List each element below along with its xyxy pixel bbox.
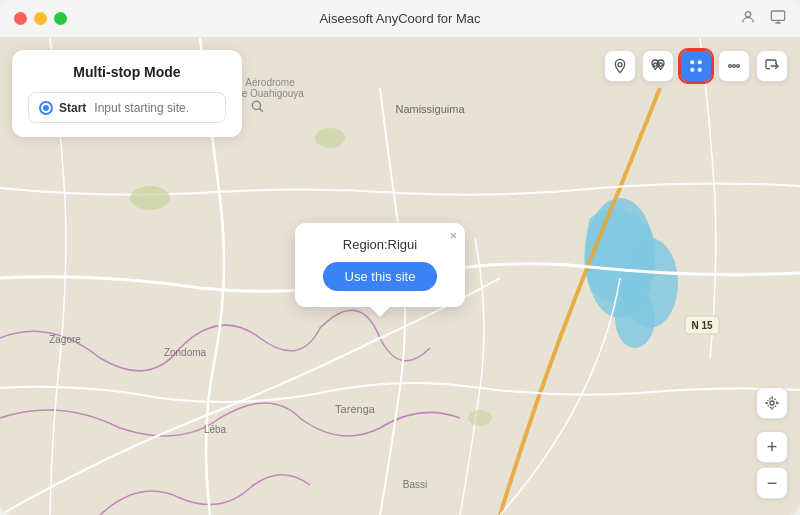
two-point-mode-button[interactable] [642, 50, 674, 82]
svg-point-8 [130, 186, 170, 210]
multistop-panel: Multi-stop Mode Start [12, 50, 242, 137]
popup-region-label: Region:Rigui [315, 237, 445, 252]
svg-point-23 [659, 63, 662, 66]
user-icon[interactable] [740, 9, 756, 28]
start-dot-icon [39, 101, 53, 115]
minimize-button[interactable] [34, 12, 47, 25]
export-button[interactable] [756, 50, 788, 82]
start-label: Start [59, 101, 86, 115]
svg-point-22 [654, 63, 657, 66]
svg-text:Léba: Léba [204, 424, 227, 435]
svg-point-21 [618, 63, 622, 67]
single-mode-button[interactable] [604, 50, 636, 82]
search-icon[interactable] [250, 99, 264, 116]
svg-line-33 [260, 109, 263, 112]
svg-text:Zagore: Zagore [49, 334, 81, 345]
traffic-lights [14, 12, 67, 25]
svg-text:Tarenga: Tarenga [335, 403, 376, 415]
svg-text:Zondoma: Zondoma [164, 347, 207, 358]
route-plan-button[interactable] [718, 50, 750, 82]
popup-close-button[interactable]: × [449, 229, 457, 242]
svg-text:Namissiguima: Namissiguima [395, 103, 465, 115]
multi-stop-mode-button[interactable] [680, 50, 712, 82]
map-container[interactable]: N 15 Aérodrome de Ouahigouya Namissiguim… [0, 38, 800, 515]
map-toolbar [604, 50, 788, 82]
svg-point-25 [698, 60, 702, 64]
window-title: Aiseesoft AnyCoord for Mac [319, 11, 480, 26]
app-window: Aiseesoft AnyCoord for Mac [0, 0, 800, 515]
svg-point-32 [253, 101, 261, 109]
svg-point-0 [745, 12, 750, 17]
svg-point-9 [315, 128, 345, 148]
svg-point-35 [767, 398, 776, 407]
svg-text:Aérodrome: Aérodrome [245, 77, 295, 88]
my-location-button[interactable] [756, 387, 788, 419]
screen-icon[interactable] [770, 9, 786, 28]
svg-point-27 [698, 68, 702, 72]
svg-point-26 [690, 68, 694, 72]
svg-text:Bassi: Bassi [403, 479, 427, 490]
zoom-controls: + − [756, 387, 788, 499]
zoom-in-button[interactable]: + [756, 431, 788, 463]
svg-point-24 [690, 60, 694, 64]
multistop-title: Multi-stop Mode [28, 64, 226, 80]
svg-text:de Ouahigouya: de Ouahigouya [236, 88, 304, 99]
svg-point-10 [468, 410, 492, 426]
svg-point-29 [733, 65, 736, 68]
close-button[interactable] [14, 12, 27, 25]
maximize-button[interactable] [54, 12, 67, 25]
svg-point-30 [737, 65, 740, 68]
start-input-row[interactable]: Start [28, 92, 226, 123]
svg-rect-1 [771, 11, 784, 20]
svg-point-28 [729, 65, 732, 68]
titlebar: Aiseesoft AnyCoord for Mac [0, 0, 800, 38]
zoom-out-button[interactable]: − [756, 467, 788, 499]
titlebar-actions [740, 9, 786, 28]
svg-point-34 [770, 401, 774, 405]
use-this-site-button[interactable]: Use this site [323, 262, 438, 291]
svg-text:N 15: N 15 [691, 320, 713, 331]
location-popup: × Region:Rigui Use this site [295, 223, 465, 307]
popup-arrow [370, 307, 390, 317]
start-site-input[interactable] [94, 101, 244, 115]
